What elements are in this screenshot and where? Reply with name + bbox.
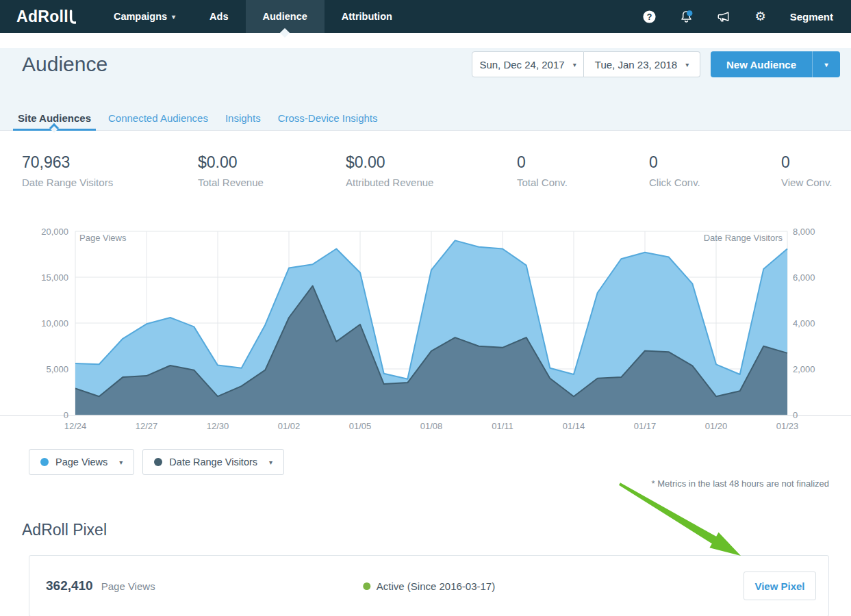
nav-item-ads-label: Ads bbox=[209, 11, 228, 22]
nav-item-campaigns[interactable]: Campaigns ▾ bbox=[97, 0, 192, 33]
stat-label: Click Conv. bbox=[649, 177, 781, 188]
tab-site-audiences[interactable]: Site Audiences bbox=[13, 108, 96, 131]
new-audience-menu-button[interactable]: ▾ bbox=[812, 51, 840, 77]
stat-date-range-visitors: 70,963 Date Range Visitors bbox=[22, 153, 198, 188]
audience-tabs: Site Audiences Connected Audiences Insig… bbox=[13, 108, 383, 131]
svg-text:01/11: 01/11 bbox=[492, 421, 513, 431]
stat-total-conv: 0 Total Conv. bbox=[517, 153, 649, 188]
nav-item-attribution[interactable]: Attribution bbox=[325, 0, 409, 33]
nav-item-ads[interactable]: Ads bbox=[192, 0, 245, 33]
top-navbar: AdRoll Campaigns ▾ Ads Audience Attribut… bbox=[0, 0, 851, 33]
nav-item-audience[interactable]: Audience bbox=[246, 0, 325, 33]
date-start-value: Sun, Dec 24, 2017 bbox=[479, 59, 564, 70]
tab-connected-audiences[interactable]: Connected Audiences bbox=[103, 108, 213, 131]
page-header: Audience Sun, Dec 24, 2017 ▾ Tue, Jan 23… bbox=[0, 48, 851, 131]
tab-cross-device-insights[interactable]: Cross-Device Insights bbox=[273, 108, 383, 131]
date-start-select[interactable]: Sun, Dec 24, 2017 ▾ bbox=[472, 51, 584, 77]
stat-value: $0.00 bbox=[198, 153, 346, 171]
svg-text:2,000: 2,000 bbox=[793, 364, 815, 374]
chevron-down-icon: ▾ bbox=[172, 13, 175, 21]
nav-item-audience-label: Audience bbox=[263, 11, 307, 22]
svg-text:?: ? bbox=[646, 12, 652, 21]
pixel-status: Active (Since 2016-03-17) bbox=[363, 580, 495, 592]
svg-text:8,000: 8,000 bbox=[793, 227, 815, 237]
new-audience-label: New Audience bbox=[726, 59, 796, 70]
help-icon[interactable]: ? bbox=[642, 10, 657, 24]
stat-label: Total Revenue bbox=[198, 177, 346, 188]
traffic-area-chart: 05,00010,00015,00020,00002,0004,0006,000… bbox=[0, 227, 851, 432]
svg-text:0: 0 bbox=[64, 410, 68, 420]
chart-legend-row: Page Views ▾ Date Range Visitors ▾ bbox=[29, 449, 851, 475]
notifications-bell-icon[interactable] bbox=[679, 10, 694, 24]
svg-text:01/20: 01/20 bbox=[705, 421, 728, 431]
pixel-status-text: Active (Since 2016-03-17) bbox=[377, 580, 495, 592]
chevron-down-icon: ▾ bbox=[269, 459, 272, 466]
pixel-card: 362,410 Page Views Active (Since 2016-03… bbox=[29, 555, 829, 616]
svg-text:01/08: 01/08 bbox=[420, 421, 443, 431]
svg-text:01/05: 01/05 bbox=[349, 421, 372, 431]
svg-text:15,000: 15,000 bbox=[41, 272, 68, 283]
announcements-megaphone-icon[interactable] bbox=[716, 10, 731, 24]
stat-label: Date Range Visitors bbox=[22, 177, 198, 188]
active-status-dot bbox=[363, 582, 370, 590]
settings-gear-icon[interactable]: ⚙ bbox=[753, 10, 767, 24]
chevron-down-icon: ▾ bbox=[685, 61, 689, 68]
date-range-visitors-series-dot bbox=[154, 458, 162, 466]
stat-value: $0.00 bbox=[346, 153, 517, 171]
legend-page-views-label: Page Views bbox=[55, 457, 107, 467]
tab-insights[interactable]: Insights bbox=[220, 108, 266, 131]
tab-site-audiences-label: Site Audiences bbox=[18, 112, 91, 124]
page-title: Audience bbox=[22, 53, 107, 76]
account-menu-segment[interactable]: Segment bbox=[790, 11, 833, 23]
stat-value: 70,963 bbox=[22, 153, 198, 171]
view-pixel-button[interactable]: View Pixel bbox=[744, 572, 816, 600]
svg-text:⚙: ⚙ bbox=[754, 10, 765, 23]
pixel-page-views: 362,410 Page Views bbox=[46, 578, 155, 593]
date-end-select[interactable]: Tue, Jan 23, 2018 ▾ bbox=[584, 51, 700, 77]
stat-label: Total Conv. bbox=[517, 177, 649, 188]
stat-attributed-revenue: $0.00 Attributed Revenue bbox=[346, 153, 517, 188]
svg-text:12/30: 12/30 bbox=[207, 421, 229, 431]
stat-total-revenue: $0.00 Total Revenue bbox=[198, 153, 346, 188]
date-end-value: Tue, Jan 23, 2018 bbox=[595, 59, 677, 70]
svg-text:Page Views: Page Views bbox=[79, 233, 127, 243]
stat-label: Attributed Revenue bbox=[346, 177, 517, 188]
nav-item-campaigns-label: Campaigns bbox=[114, 11, 167, 22]
chevron-down-icon: ▾ bbox=[824, 61, 828, 68]
svg-text:4,000: 4,000 bbox=[793, 318, 815, 329]
stat-value: 0 bbox=[781, 153, 832, 171]
adroll-logo-hook bbox=[69, 8, 76, 26]
svg-text:Date Range Visitors: Date Range Visitors bbox=[704, 233, 783, 243]
new-audience-split-button: New Audience ▾ bbox=[711, 51, 840, 77]
stat-click-conv: 0 Click Conv. bbox=[649, 153, 781, 188]
svg-text:20,000: 20,000 bbox=[41, 227, 68, 237]
svg-text:01/23: 01/23 bbox=[776, 421, 799, 431]
svg-text:12/24: 12/24 bbox=[64, 421, 87, 431]
pixel-page-views-label: Page Views bbox=[101, 580, 155, 592]
adroll-logo[interactable]: AdRoll bbox=[0, 7, 97, 26]
svg-text:10,000: 10,000 bbox=[41, 318, 68, 329]
date-range-picker: Sun, Dec 24, 2017 ▾ Tue, Jan 23, 2018 ▾ bbox=[472, 51, 700, 77]
legend-date-range-visitors-label: Date Range Visitors bbox=[169, 457, 257, 467]
new-audience-button[interactable]: New Audience bbox=[711, 51, 812, 77]
svg-text:6,000: 6,000 bbox=[793, 272, 815, 283]
stat-label: View Conv. bbox=[781, 177, 832, 188]
view-pixel-label: View Pixel bbox=[754, 580, 804, 592]
header-top-row: Audience Sun, Dec 24, 2017 ▾ Tue, Jan 23… bbox=[22, 48, 840, 81]
stat-view-conv: 0 View Conv. bbox=[781, 153, 832, 188]
navbar-right: ? ⚙ Segment bbox=[642, 10, 851, 24]
legend-date-range-visitors-select[interactable]: Date Range Visitors ▾ bbox=[142, 449, 284, 475]
svg-text:01/17: 01/17 bbox=[634, 421, 657, 431]
legend-page-views-select[interactable]: Page Views ▾ bbox=[29, 449, 134, 475]
svg-text:12/27: 12/27 bbox=[136, 421, 158, 431]
pixel-page-views-value: 362,410 bbox=[46, 578, 93, 593]
chevron-down-icon: ▾ bbox=[119, 459, 123, 466]
svg-text:01/02: 01/02 bbox=[278, 421, 301, 431]
page-views-series-dot bbox=[40, 458, 49, 466]
stat-value: 0 bbox=[649, 153, 781, 171]
notification-dot bbox=[687, 10, 692, 16]
metrics-footnote: * Metrics in the last 48 hours are not f… bbox=[0, 478, 829, 489]
svg-text:0: 0 bbox=[793, 410, 798, 420]
tab-insights-label: Insights bbox=[225, 112, 261, 124]
svg-text:01/14: 01/14 bbox=[563, 421, 585, 431]
